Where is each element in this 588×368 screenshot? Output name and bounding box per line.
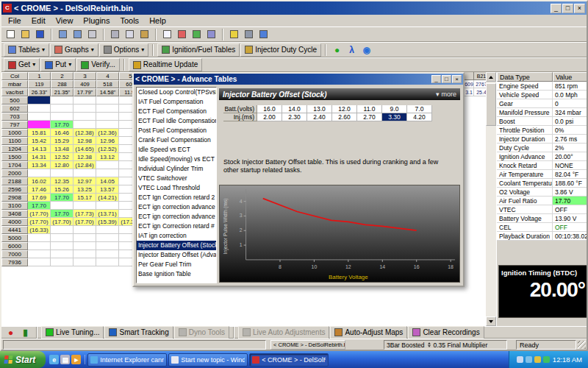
- fuel-cell[interactable]: (12.84): [74, 161, 96, 169]
- advance-table-item[interactable]: VTEC Switchover: [137, 174, 216, 183]
- close-button[interactable]: ×: [574, 4, 585, 13]
- fuel-cell[interactable]: 17.69: [28, 194, 51, 202]
- advance-table-item[interactable]: Idle Speed(moving) vs ECT: [137, 155, 216, 164]
- advance-table-item[interactable]: Crank Fuel Compensation: [137, 135, 216, 145]
- fuel-cell[interactable]: 15.26: [51, 185, 74, 194]
- fuel-cell[interactable]: (17.70): [28, 218, 51, 226]
- advance-table-item[interactable]: ECT Fuel Idle Compensation: [137, 116, 216, 126]
- wideband-o2-button[interactable]: ◉: [359, 43, 373, 56]
- record-toggle-button[interactable]: ●: [4, 326, 18, 339]
- fuel-cell[interactable]: (17.70): [28, 210, 51, 218]
- graphs-button[interactable]: Graphs▾: [50, 43, 98, 57]
- copy-button[interactable]: [123, 28, 137, 40]
- fuel-cell[interactable]: [28, 234, 51, 242]
- fuel-cell[interactable]: [96, 258, 119, 266]
- fuel-cell[interactable]: 12.96: [96, 137, 119, 145]
- fuel-cell[interactable]: 17.70: [51, 194, 74, 202]
- fuel-cell[interactable]: 15.81: [28, 129, 51, 137]
- fuel-cell[interactable]: 13.25: [74, 185, 96, 194]
- fuel-cell[interactable]: [51, 242, 74, 250]
- open-file-button[interactable]: [18, 28, 32, 40]
- print-button[interactable]: [85, 28, 99, 40]
- smart-tracking-button[interactable]: Smart Tracking: [104, 326, 173, 339]
- lambda-button[interactable]: λ: [345, 43, 359, 56]
- graph-view-button[interactable]: [175, 28, 189, 40]
- batt-volts-cell[interactable]: 7.0: [407, 105, 432, 113]
- fuel-cell[interactable]: (17.70): [51, 218, 74, 226]
- media-player-quicklaunch-icon[interactable]: ►: [71, 355, 81, 364]
- fuel-cell[interactable]: [74, 250, 96, 258]
- fuel-cell[interactable]: [96, 226, 119, 234]
- inj-ms-cell[interactable]: 3.30: [382, 113, 407, 121]
- fuel-cell[interactable]: [51, 105, 74, 113]
- pause-toggle-button[interactable]: ▮: [18, 326, 32, 339]
- fuel-cell[interactable]: [74, 121, 96, 129]
- fuel-cell[interactable]: 16.46: [51, 129, 74, 137]
- fuel-cell[interactable]: [28, 96, 51, 105]
- advance-table-item[interactable]: Per Gear Fuel Trim: [137, 260, 216, 269]
- fuel-cell[interactable]: [74, 113, 96, 121]
- fuel-cell[interactable]: (14.21): [96, 194, 119, 202]
- inj-ms-cell[interactable]: 2.60: [332, 113, 357, 121]
- advance-table-item[interactable]: Idle Speed vs ECT: [137, 145, 216, 155]
- fuel-cell[interactable]: [74, 169, 96, 177]
- scroll-up-button[interactable]: [486, 72, 496, 82]
- fuel-cell[interactable]: (12.38): [74, 129, 96, 137]
- show-desktop-icon[interactable]: ▤: [60, 355, 70, 364]
- advance-table-item[interactable]: ECT Ign Correction retard 2: [137, 193, 216, 202]
- fuel-cell[interactable]: [51, 113, 74, 121]
- datalog-globe-button[interactable]: ●: [330, 43, 344, 56]
- fuel-cell[interactable]: 12.38: [74, 153, 96, 161]
- injector-duty-cycle-button[interactable]: Injector Duty Cycle: [240, 43, 321, 57]
- fuel-cell[interactable]: [74, 226, 96, 234]
- advance-table-item[interactable]: VTEC Load Threshold: [137, 183, 216, 193]
- fuel-cell[interactable]: [51, 169, 74, 177]
- menu-plugins[interactable]: Plugins: [78, 15, 115, 26]
- fuel-cell[interactable]: (12.52): [96, 145, 119, 153]
- fuel-cell[interactable]: 13.57: [96, 185, 119, 194]
- batt-volts-cell[interactable]: 11.0: [357, 105, 382, 113]
- minimized-fuel-window[interactable]: < CROME > - DelSolRebirth.bin: [270, 340, 345, 350]
- fuel-cell[interactable]: 13.12: [96, 153, 119, 161]
- batt-volts-cell[interactable]: 12.0: [332, 105, 357, 113]
- task-crome[interactable]: < CROME > - DelSolR...: [249, 353, 329, 367]
- fuel-cell[interactable]: 12.97: [74, 177, 96, 185]
- batt-volts-cell[interactable]: 16.0: [257, 105, 282, 113]
- fuel-cell[interactable]: 15.17: [74, 194, 96, 202]
- fuel-cell[interactable]: [51, 250, 74, 258]
- advance-table-item[interactable]: Base Ignition Table: [137, 269, 216, 279]
- fuel-cell[interactable]: [96, 105, 119, 113]
- fuel-cell[interactable]: (14.65): [74, 145, 96, 153]
- paste-button[interactable]: [137, 28, 151, 40]
- get-button[interactable]: Get▾: [4, 58, 40, 71]
- fuel-cell[interactable]: [96, 169, 119, 177]
- fuel-cell[interactable]: [74, 234, 96, 242]
- tray-messenger-icon[interactable]: [543, 356, 550, 363]
- fuel-cell[interactable]: 12.52: [51, 153, 74, 161]
- maximize-button[interactable]: □: [442, 75, 451, 83]
- fuel-cell[interactable]: 12.80: [51, 161, 74, 169]
- fuel-cell[interactable]: 17.70: [51, 210, 74, 218]
- title-bar[interactable]: C < CROME > - DelSolRebirth.bin _□×: [1, 1, 587, 15]
- task-start-new-topic[interactable]: Start new topic - Windo...: [168, 353, 248, 367]
- import-button[interactable]: [56, 28, 70, 40]
- batt-volts-cell[interactable]: 13.0: [307, 105, 332, 113]
- multiplier-spinner[interactable]: [428, 341, 431, 349]
- auto-adjust-maps-button[interactable]: Auto-Adjust Maps: [330, 326, 407, 339]
- fuel-cell[interactable]: [96, 234, 119, 242]
- new-file-button[interactable]: [4, 28, 18, 40]
- fuel-cell[interactable]: [74, 105, 96, 113]
- task-internet-explorer[interactable]: Internet Explorer cannot...: [87, 353, 167, 367]
- fuel-cell[interactable]: [74, 242, 96, 250]
- fuel-cell[interactable]: [96, 113, 119, 121]
- advance-table-item[interactable]: IAT ign correction: [137, 231, 216, 241]
- save-button[interactable]: [33, 28, 47, 40]
- fuel-cell[interactable]: 14.05: [96, 177, 119, 185]
- live-tuning-button[interactable]: Live Tuning...: [41, 326, 104, 339]
- realtime-update-button[interactable]: Realtime Update: [129, 58, 202, 71]
- fuel-cell[interactable]: 15.42: [28, 137, 51, 145]
- advance-table-item[interactable]: Closed Loop Control(TPSvsRPM): [137, 88, 216, 97]
- fuel-cell[interactable]: [51, 258, 74, 266]
- advance-tables-list[interactable]: Closed Loop Control(TPSvsRPM)IAT Fuel Co…: [136, 87, 217, 283]
- fuel-cell[interactable]: [96, 161, 119, 169]
